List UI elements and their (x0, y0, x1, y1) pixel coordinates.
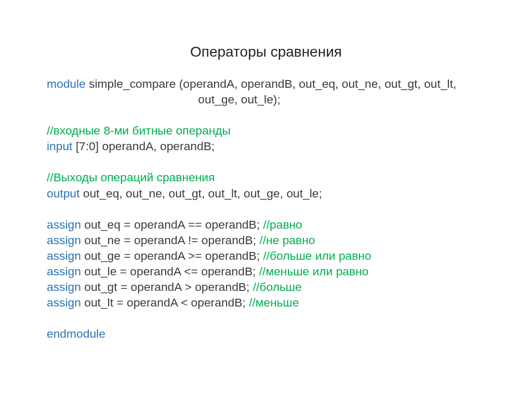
assign-le: out_le = operandA <= operandB; (81, 264, 259, 278)
keyword-input: input (47, 139, 72, 153)
input-decl: [7:0] operandA, operandB; (72, 139, 215, 153)
code-block: module simple_compare (operandA, operand… (47, 76, 485, 341)
comment-outputs: //Выходы операций сравнения (47, 170, 215, 184)
assign-gt: out_gt = operandA > operandB; (81, 280, 253, 294)
assign-lt: out_lt = operandA < operandB; (81, 296, 249, 309)
module-decl-line1: simple_compare (operandA, operandB, out_… (86, 77, 457, 90)
slide-title: Операторы сравнения (47, 44, 485, 60)
keyword-assign: assign (47, 280, 81, 294)
comment-inputs: //входные 8-ми битные операнды (47, 124, 231, 137)
keyword-assign: assign (47, 233, 81, 247)
assign-ne: out_ne = operandA != operandB; (81, 233, 260, 247)
keyword-assign: assign (47, 249, 81, 262)
assign-ge: out_ge = operandA >= operandB; (81, 249, 263, 262)
comment-ge: //больше или равно (263, 249, 371, 262)
output-decl: out_eq, out_ne, out_gt, out_lt, out_ge, … (79, 187, 322, 200)
comment-lt: //меньше (249, 296, 299, 309)
comment-eq: //равно (263, 218, 302, 231)
keyword-module: module (47, 77, 86, 90)
slide: Операторы сравнения module simple_compar… (0, 0, 532, 399)
keyword-endmodule: endmodule (47, 327, 105, 340)
comment-le: //меньше или равно (259, 264, 369, 278)
assign-eq: out_eq = operandA == operandB; (81, 218, 263, 231)
keyword-assign: assign (47, 264, 81, 278)
comment-gt: //больше (253, 280, 302, 294)
module-decl-line2: out_ge, out_le); (47, 92, 281, 106)
keyword-assign: assign (47, 296, 81, 309)
comment-ne: //не равно (259, 233, 315, 247)
keyword-assign: assign (47, 218, 81, 231)
keyword-output: output (47, 187, 79, 200)
